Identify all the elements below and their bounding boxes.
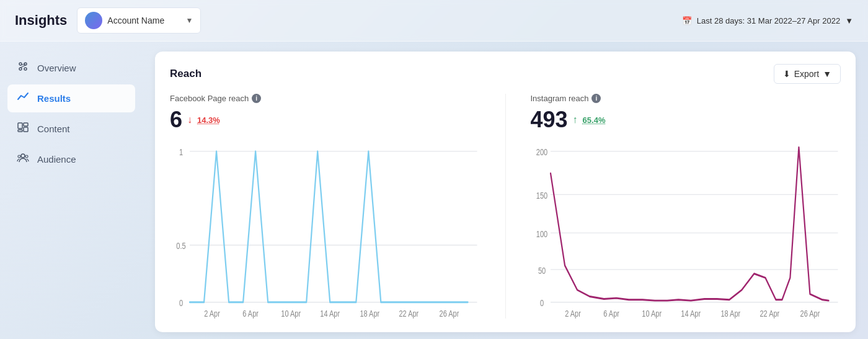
- facebook-value: 6: [170, 107, 182, 133]
- sidebar-label-audience: Audience: [37, 154, 76, 165]
- svg-rect-9: [18, 130, 22, 132]
- content-icon: [16, 121, 30, 137]
- chart-divider: [505, 94, 506, 319]
- results-icon: [16, 91, 30, 106]
- facebook-info-icon[interactable]: i: [252, 94, 261, 103]
- svg-text:50: 50: [538, 265, 545, 276]
- sidebar-item-content[interactable]: Content: [7, 115, 135, 143]
- instagram-metric-value-row: 493 ↑ 65.4%: [531, 107, 841, 133]
- audience-icon: [16, 151, 30, 167]
- facebook-metric-value-row: 6 ↓ 14.3%: [170, 107, 480, 133]
- svg-text:18 Apr: 18 Apr: [360, 309, 379, 319]
- body-layout: Overview Results Content: [0, 42, 868, 339]
- svg-text:14 Apr: 14 Apr: [681, 309, 701, 319]
- facebook-chart: 0 0.5 1 2 Apr 6 Apr 10 Apr 14 Apr: [170, 139, 480, 319]
- svg-text:6 Apr: 6 Apr: [603, 309, 619, 319]
- account-selector[interactable]: Account Name ▼: [77, 7, 201, 34]
- svg-text:22 Apr: 22 Apr: [399, 309, 418, 319]
- svg-text:200: 200: [536, 147, 547, 158]
- svg-rect-8: [24, 127, 28, 132]
- export-chevron-icon: ▼: [823, 69, 831, 79]
- account-name: Account Name: [107, 16, 180, 25]
- svg-point-11: [18, 155, 20, 158]
- facebook-metric-label: Facebook Page reach i: [170, 94, 480, 103]
- instagram-arrow-icon: ↑: [573, 114, 578, 125]
- svg-point-3: [24, 68, 27, 70]
- charts-row: Facebook Page reach i 6 ↓ 14.3% 0 0.5: [170, 94, 841, 319]
- date-range-selector[interactable]: 📅 Last 28 days: 31 Mar 2022–27 Apr 2022 …: [682, 16, 853, 25]
- export-icon: ⬇: [783, 69, 790, 79]
- export-label: Export: [794, 69, 819, 79]
- instagram-chart: 0 50 100 150 200 2 Apr: [531, 139, 841, 319]
- svg-rect-7: [24, 123, 28, 126]
- svg-rect-6: [18, 123, 22, 129]
- sidebar-label-content: Content: [37, 124, 70, 134]
- date-range-chevron-icon: ▼: [845, 16, 853, 25]
- reach-card: Reach ⬇ Export ▼ Facebook Page reach i 6: [155, 52, 856, 332]
- svg-text:26 Apr: 26 Apr: [440, 309, 459, 319]
- svg-text:1: 1: [179, 147, 183, 158]
- sidebar-label-overview: Overview: [37, 63, 76, 73]
- svg-text:14 Apr: 14 Apr: [320, 309, 340, 319]
- avatar: [85, 12, 102, 29]
- instagram-info-icon[interactable]: i: [591, 94, 601, 103]
- sidebar-item-audience[interactable]: Audience: [7, 145, 135, 173]
- sidebar-item-results[interactable]: Results: [7, 84, 135, 112]
- facebook-change: 14.3%: [197, 115, 220, 125]
- calendar-icon: 📅: [682, 16, 692, 25]
- svg-text:10 Apr: 10 Apr: [281, 309, 301, 319]
- svg-text:150: 150: [536, 190, 547, 201]
- svg-line-5: [20, 65, 25, 68]
- svg-point-2: [19, 68, 22, 70]
- facebook-svg: 0 0.5 1 2 Apr 6 Apr 10 Apr 14 Apr: [170, 139, 480, 319]
- svg-text:0: 0: [179, 298, 183, 309]
- svg-text:2 Apr: 2 Apr: [204, 309, 220, 319]
- svg-text:2 Apr: 2 Apr: [565, 309, 581, 319]
- svg-text:6 Apr: 6 Apr: [242, 309, 259, 319]
- svg-point-12: [25, 155, 28, 158]
- facebook-chart-section: Facebook Page reach i 6 ↓ 14.3% 0 0.5: [170, 94, 480, 319]
- header-left: Insights Account Name ▼: [15, 7, 201, 34]
- svg-text:100: 100: [536, 228, 547, 239]
- svg-text:10 Apr: 10 Apr: [642, 309, 662, 319]
- instagram-metric-label: Instagram reach i: [531, 94, 841, 103]
- svg-text:0.5: 0.5: [176, 241, 185, 251]
- export-button[interactable]: ⬇ Export ▼: [774, 64, 841, 84]
- svg-text:22 Apr: 22 Apr: [760, 309, 779, 319]
- card-header: Reach ⬇ Export ▼: [170, 64, 841, 84]
- svg-text:18 Apr: 18 Apr: [720, 309, 740, 319]
- instagram-change: 65.4%: [583, 115, 606, 125]
- card-title: Reach: [170, 68, 202, 80]
- chevron-down-icon: ▼: [185, 16, 193, 25]
- overview-icon: [16, 60, 30, 76]
- instagram-value: 493: [531, 107, 568, 133]
- sidebar-label-results: Results: [37, 93, 71, 104]
- facebook-arrow-icon: ↓: [187, 114, 192, 125]
- svg-point-10: [21, 154, 25, 158]
- header: Insights Account Name ▼ 📅 Last 28 days: …: [0, 0, 868, 42]
- date-range-text: Last 28 days: 31 Mar 2022–27 Apr 2022: [697, 16, 840, 25]
- sidebar-item-overview[interactable]: Overview: [7, 54, 135, 82]
- instagram-svg: 0 50 100 150 200 2 Apr: [531, 139, 841, 319]
- page-title: Insights: [15, 12, 67, 29]
- svg-text:26 Apr: 26 Apr: [800, 309, 820, 319]
- sidebar: Overview Results Content: [0, 42, 143, 339]
- main-content: Reach ⬇ Export ▼ Facebook Page reach i 6: [143, 42, 868, 339]
- svg-text:0: 0: [539, 298, 543, 309]
- instagram-chart-section: Instagram reach i 493 ↑ 65.4% 0 50 100: [531, 94, 841, 319]
